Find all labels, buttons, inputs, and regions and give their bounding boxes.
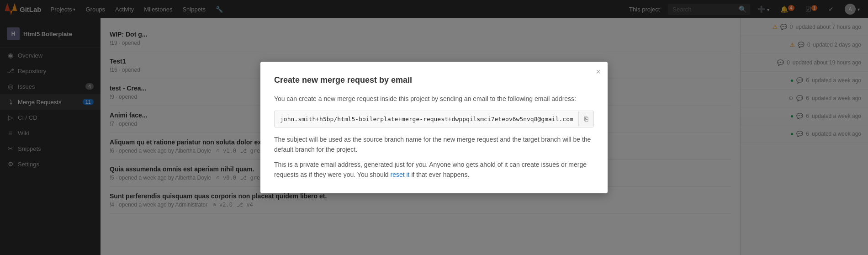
modal-subject-note: The subject will be used as the source b… (274, 134, 594, 155)
modal-description: You can create a new merge request insid… (274, 94, 594, 104)
modal-title: Create new merge request by email (274, 75, 594, 85)
email-input[interactable] (275, 111, 578, 127)
modal: × Create new merge request by email You … (260, 62, 608, 194)
reset-link[interactable]: reset it (391, 171, 410, 178)
copy-email-button[interactable]: ⎘ (578, 112, 593, 126)
email-box: ⎘ (274, 111, 594, 128)
modal-close-button[interactable]: × (596, 67, 601, 77)
modal-overlay[interactable]: × Create new merge request by email You … (0, 0, 868, 255)
modal-private-note: This is a private email address, generat… (274, 159, 594, 180)
copy-icon: ⎘ (584, 115, 588, 122)
